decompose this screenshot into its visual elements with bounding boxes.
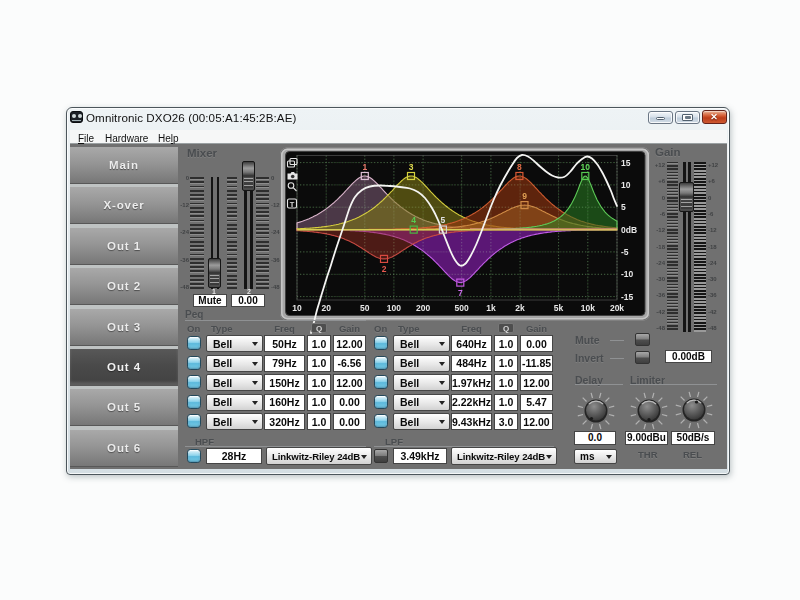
svg-text:2: 2 xyxy=(382,264,387,274)
svg-text:-5: -5 xyxy=(621,247,629,257)
svg-text:0dB: 0dB xyxy=(621,225,637,235)
svg-text:7: 7 xyxy=(458,288,463,298)
svg-text:100: 100 xyxy=(387,303,401,313)
svg-text:9: 9 xyxy=(522,191,527,201)
svg-text:1k: 1k xyxy=(486,303,496,313)
svg-text:8: 8 xyxy=(517,162,522,172)
svg-text:5: 5 xyxy=(621,202,626,212)
svg-text:50: 50 xyxy=(360,303,370,313)
svg-text:4: 4 xyxy=(411,215,416,225)
svg-text:5: 5 xyxy=(441,215,446,225)
svg-text:10: 10 xyxy=(581,162,591,172)
svg-text:3: 3 xyxy=(409,162,414,172)
svg-text:5k: 5k xyxy=(554,303,564,313)
svg-text:20k: 20k xyxy=(610,303,624,313)
svg-text:T: T xyxy=(290,200,295,209)
svg-text:20: 20 xyxy=(321,303,331,313)
svg-text:200: 200 xyxy=(416,303,430,313)
svg-text:-15: -15 xyxy=(621,292,634,302)
svg-text:15: 15 xyxy=(621,158,631,168)
svg-text:10: 10 xyxy=(621,180,631,190)
svg-text:2k: 2k xyxy=(515,303,525,313)
svg-text:10k: 10k xyxy=(581,303,595,313)
svg-text:-10: -10 xyxy=(621,269,634,279)
svg-text:10: 10 xyxy=(292,303,302,313)
svg-text:1: 1 xyxy=(362,162,367,172)
svg-text:500: 500 xyxy=(455,303,469,313)
